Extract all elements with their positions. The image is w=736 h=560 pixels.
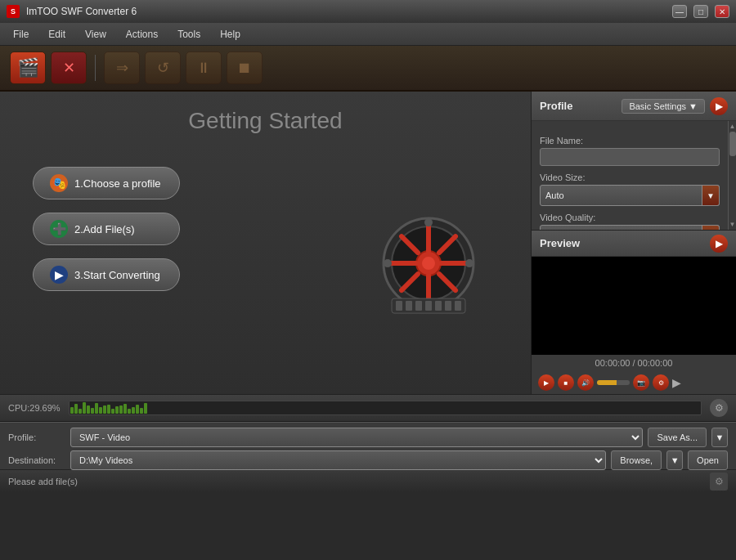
- add-files-button[interactable]: ➕ 2.Add File(s): [33, 213, 180, 245]
- svg-point-15: [465, 259, 473, 267]
- close-button[interactable]: ✕: [715, 5, 729, 18]
- volume-bar[interactable]: [597, 380, 630, 385]
- panel-header-right: Basic Settings ▼ ▶: [622, 97, 728, 115]
- step2-label: 2.Add File(s): [74, 223, 135, 235]
- film-reel-decoration: [375, 210, 482, 319]
- expand-button[interactable]: ▶: [672, 376, 681, 389]
- svg-point-14: [384, 259, 392, 267]
- menu-help[interactable]: Help: [210, 25, 250, 43]
- choose-profile-button[interactable]: 🎭 1.Choose a profile: [33, 167, 180, 199]
- svg-point-3: [422, 257, 435, 270]
- footer-icon[interactable]: ⚙: [710, 473, 728, 491]
- save-as-button[interactable]: Save As...: [648, 428, 707, 447]
- add-file-button[interactable]: 🎬: [10, 52, 46, 84]
- cpu-bar: [70, 407, 74, 414]
- cpu-bar: [87, 405, 90, 414]
- preview-time: 00:00:00 / 00:00:00: [532, 355, 736, 371]
- cpu-bar: [123, 404, 127, 414]
- svg-rect-17: [396, 301, 402, 311]
- profile-select[interactable]: SWF - Video: [70, 428, 643, 447]
- minimize-button[interactable]: —: [672, 5, 687, 18]
- svg-rect-20: [425, 301, 432, 311]
- svg-rect-18: [406, 301, 412, 311]
- chevron-down-icon: ▼: [689, 101, 698, 111]
- menu-tools[interactable]: Tools: [168, 25, 210, 43]
- videosize-select[interactable]: Auto 320x240 640x480 1280x720: [540, 185, 720, 206]
- right-panel-container: Profile Basic Settings ▼ ▶ File Name: Vi…: [532, 92, 736, 394]
- destination-row: Destination: D:\My Videos Browse, ▼ Open: [8, 450, 728, 470]
- videoquality-label: Video Quality:: [540, 213, 720, 222]
- preview-controls: ▶ ■ 🔊 📷 ⚙ ▶: [532, 371, 736, 394]
- menu-actions[interactable]: Actions: [116, 25, 168, 43]
- scroll-down-icon[interactable]: ▼: [729, 221, 736, 228]
- getting-started-title: Getting Started: [188, 108, 342, 134]
- profile-panel-header: Profile Basic Settings ▼ ▶: [532, 92, 736, 121]
- cpu-bar: [103, 405, 106, 414]
- cpu-bar: [136, 405, 139, 414]
- refresh-button[interactable]: ↺: [145, 52, 181, 84]
- cpu-bar: [95, 403, 98, 414]
- preview-title: Preview: [540, 237, 580, 249]
- videoquality-wrapper: Customized(512K) Low Medium High ▼: [540, 225, 720, 230]
- stop-button[interactable]: ⏹: [227, 52, 263, 84]
- app-title: ImTOO SWF Converter 6: [26, 6, 666, 17]
- destination-select[interactable]: D:\My Videos: [70, 450, 606, 470]
- profile-panel: Profile Basic Settings ▼ ▶ File Name: Vi…: [532, 92, 736, 394]
- basic-settings-label: Basic Settings: [629, 101, 686, 111]
- film-reel-svg: [375, 210, 482, 316]
- profile-scrollbar[interactable]: ▲ ▼: [728, 121, 736, 230]
- profile-settings: File Name: Video Size: Auto 320x240 640x…: [532, 121, 728, 230]
- svg-rect-19: [415, 301, 422, 311]
- settings-ctrl-button[interactable]: ⚙: [653, 374, 669, 391]
- menu-bar: File Edit View Actions Tools Help: [0, 23, 736, 46]
- step1-icon: 🎭: [50, 174, 68, 192]
- status-settings-icon[interactable]: ⚙: [710, 399, 728, 417]
- scroll-up-icon[interactable]: ▲: [729, 123, 736, 130]
- pause-button[interactable]: ⏸: [186, 52, 222, 84]
- menu-file[interactable]: File: [3, 25, 38, 43]
- browse-arrow-button[interactable]: ▼: [666, 450, 683, 470]
- filename-label: File Name:: [540, 136, 720, 146]
- remove-button[interactable]: ✕: [51, 52, 87, 84]
- title-bar: S ImTOO SWF Converter 6 — □ ✕: [0, 0, 736, 23]
- export-button[interactable]: ⇒: [104, 52, 140, 84]
- cpu-bar: [144, 403, 147, 414]
- play-button[interactable]: ▶: [538, 374, 554, 391]
- cpu-bar: [140, 408, 143, 414]
- profile-nav-button[interactable]: ▶: [710, 97, 728, 115]
- scroll-thumb[interactable]: [729, 132, 736, 156]
- profile-row-label: Profile:: [8, 432, 65, 442]
- svg-rect-22: [445, 301, 451, 311]
- filename-input[interactable]: [540, 148, 720, 166]
- cpu-text: CPU:29.69%: [8, 403, 61, 413]
- videoquality-select[interactable]: Customized(512K) Low Medium High: [540, 225, 720, 230]
- stop-ctrl-button[interactable]: ■: [558, 374, 574, 391]
- menu-view[interactable]: View: [75, 25, 116, 43]
- bottom-bar: Profile: SWF - Video Save As... ▼ Destin…: [0, 422, 736, 469]
- maximize-button[interactable]: □: [693, 5, 708, 18]
- cpu-bar: [74, 404, 78, 414]
- preview-nav-button[interactable]: ▶: [710, 235, 728, 253]
- menu-edit[interactable]: Edit: [38, 25, 75, 43]
- step1-label: 1.Choose a profile: [74, 177, 161, 190]
- status-bar: CPU:29.69% ⚙: [0, 394, 736, 422]
- basic-settings-button[interactable]: Basic Settings ▼: [622, 99, 705, 114]
- cpu-bar: [119, 405, 123, 414]
- cpu-bar: [115, 406, 119, 414]
- footer-status: Please add file(s) ⚙: [0, 469, 736, 492]
- cpu-bar: [99, 407, 102, 414]
- browse-button[interactable]: Browse,: [611, 450, 662, 470]
- content-area: Getting Started 🎭 1.Choose a profile ➕ 2…: [0, 92, 532, 394]
- step2-icon: ➕: [50, 220, 68, 238]
- videosize-wrapper: Auto 320x240 640x480 1280x720 ▼: [540, 185, 720, 206]
- toolbar-separator: [95, 55, 96, 81]
- profile-panel-title: Profile: [540, 100, 572, 112]
- volume-button[interactable]: 🔊: [577, 374, 594, 391]
- footer-status-text: Please add file(s): [8, 477, 78, 486]
- svg-rect-23: [455, 301, 461, 311]
- cpu-graph: [69, 401, 702, 415]
- save-as-arrow-button[interactable]: ▼: [711, 428, 728, 447]
- open-button[interactable]: Open: [688, 450, 728, 470]
- start-converting-button[interactable]: ▶ 3.Start Converting: [33, 258, 180, 291]
- screenshot-button[interactable]: 📷: [633, 374, 649, 391]
